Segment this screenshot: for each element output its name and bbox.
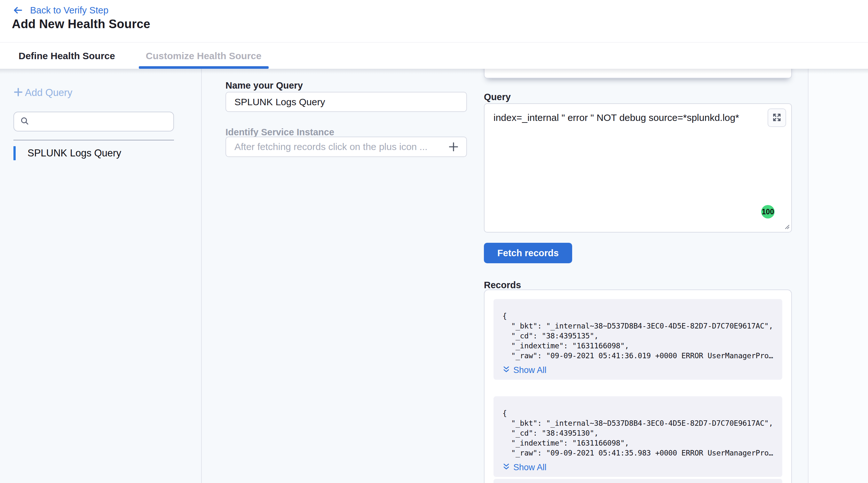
double-chevron-down-icon	[502, 366, 510, 375]
fetch-records-button[interactable]: Fetch records	[484, 243, 572, 263]
query-editor: index=_internal " error " NOT debug sour…	[484, 103, 792, 233]
page-title: Add New Health Source	[12, 17, 150, 31]
record-card-partial	[494, 479, 782, 483]
records-container: { "_bkt": "_internal~38~D537D8B4-3EC0-4D…	[484, 290, 792, 483]
show-all-link[interactable]: Show All	[502, 365, 778, 375]
sidebar: Add Query SPLUNK Logs Query	[0, 69, 202, 483]
record-json-line: {	[502, 409, 778, 418]
tab-customize-health-source[interactable]: Customize Health Source	[146, 43, 261, 69]
name-your-query-label: Name your Query	[225, 80, 303, 91]
content-area: Add Query SPLUNK Logs Query Name your Qu…	[0, 69, 868, 483]
query-label: Query	[484, 92, 511, 102]
plus-icon	[12, 86, 24, 99]
query-list-item-splunk-logs-query[interactable]: SPLUNK Logs Query	[13, 146, 121, 160]
records-label: Records	[484, 280, 521, 291]
record-json-line: "_cd": "38:4395135",	[502, 331, 778, 341]
page: Back to Verify Step Add New Health Sourc…	[0, 0, 868, 483]
show-all-link[interactable]: Show All	[502, 462, 778, 473]
record-json-line: {	[502, 311, 778, 321]
record-json-line: "_bkt": "_internal~38~D537D8B4-3EC0-4D5E…	[502, 321, 778, 331]
query-textarea[interactable]: index=_internal " error " NOT debug sour…	[485, 104, 791, 232]
page-header: Back to Verify Step Add New Health Sourc…	[0, 0, 868, 42]
search-icon	[20, 116, 29, 127]
add-query-button[interactable]: Add Query	[12, 86, 72, 99]
query-search-box	[13, 112, 174, 131]
sidebar-divider	[13, 140, 174, 141]
record-card-1: { "_bkt": "_internal~38~D537D8B4-3EC0-4D…	[494, 299, 782, 380]
query-name-input[interactable]	[225, 92, 467, 112]
resize-handle-icon[interactable]	[783, 223, 790, 231]
query-item-label: SPLUNK Logs Query	[28, 147, 121, 159]
record-json-line: "_indextime": "1631166098",	[502, 341, 778, 351]
expand-icon	[772, 113, 782, 123]
show-all-label: Show All	[513, 365, 547, 375]
tab-bar: Define Health Source Customize Health So…	[0, 43, 868, 69]
right-gutter	[808, 69, 868, 483]
record-card-2: { "_bkt": "_internal~38~D537D8B4-3EC0-4D…	[494, 396, 782, 477]
back-link-label: Back to Verify Step	[30, 5, 108, 16]
identify-service-instance-label: Identify Service Instance	[225, 127, 334, 138]
record-json-line: "_indextime": "1631166098",	[502, 438, 778, 448]
back-arrow-icon	[11, 5, 24, 16]
records-count-badge: 100	[761, 205, 775, 218]
record-json-line: "_raw": "09-09-2021 05:41:36.019 +0000 E…	[502, 351, 778, 361]
expand-query-button[interactable]	[768, 109, 786, 127]
selected-query-indicator	[13, 146, 16, 160]
record-json-line: "_raw": "09-09-2021 05:41:35.983 +0000 E…	[502, 448, 778, 458]
tab-define-health-source[interactable]: Define Health Source	[19, 43, 115, 69]
show-all-label: Show All	[513, 462, 547, 473]
record-json-line: "_bkt": "_internal~38~D537D8B4-3EC0-4D5E…	[502, 418, 778, 428]
record-json-line: "_cd": "38:4395130",	[502, 428, 778, 438]
add-query-label: Add Query	[25, 87, 72, 98]
double-chevron-down-icon	[502, 463, 510, 473]
add-service-instance-plus-icon[interactable]	[447, 141, 460, 154]
back-link[interactable]: Back to Verify Step	[11, 3, 108, 17]
service-instance-input[interactable]	[225, 137, 467, 157]
search-input[interactable]	[29, 112, 173, 131]
